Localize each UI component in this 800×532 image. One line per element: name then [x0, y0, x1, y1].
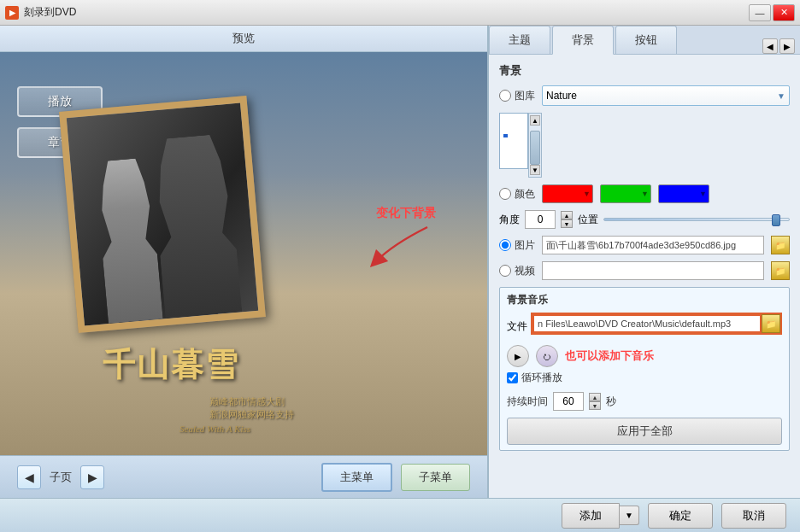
tab-background[interactable]: 背景 — [552, 26, 614, 55]
titlebar: ▶ 刻录到DVD — ✕ — [0, 0, 800, 26]
loop-row: 循环播放 — [507, 371, 782, 385]
thumb-sky[interactable] — [503, 117, 508, 120]
right-content: 青景 图库 Nature ▼ — [489, 55, 800, 498]
music-annotation: 也可以添加下音乐 — [565, 348, 654, 364]
library-radio-label[interactable]: 图库 — [499, 89, 535, 103]
right-panel: 主题 背景 按钮 ◀ ▶ 青景 图库 Nature ▼ — [489, 26, 800, 498]
loop-checkbox[interactable] — [507, 372, 518, 383]
bottom-bar: 添加 ▼ 确定 取消 — [0, 498, 800, 532]
thumbnail-grid — [499, 113, 528, 169]
thumb-field[interactable] — [520, 117, 524, 120]
loop-label: 循环播放 — [521, 371, 562, 385]
left-panel: 预览 播放 章节 千山暮雪 巅峰都市情感大剧 新浪网独家网络支持 Sealed … — [0, 26, 489, 498]
thumbnail-container: ▲ ▼ — [499, 113, 790, 178]
tab-nav-next[interactable]: ▶ — [779, 38, 795, 54]
dropdown-arrow-icon: ▼ — [777, 91, 785, 101]
music-file-input-wrapper: n Files\Leawo\DVD Creator\Music\default.… — [531, 313, 782, 335]
music-section: 青景音乐 文件 n Files\Leawo\DVD Creator\Music\… — [499, 287, 790, 451]
silhouette-female — [87, 156, 169, 324]
thumb-water[interactable] — [511, 134, 515, 137]
library-dropdown-value: Nature — [546, 90, 577, 102]
add-button-group: 添加 ▼ — [562, 503, 639, 529]
main-area: 预览 播放 章节 千山暮雪 巅峰都市情感大剧 新浪网独家网络支持 Sealed … — [0, 26, 800, 498]
duration-label: 持续时间 — [507, 395, 548, 409]
video-label: 视频 — [515, 264, 535, 278]
position-label: 位置 — [578, 213, 598, 227]
play-button[interactable]: ▶ — [507, 345, 529, 367]
angle-spinners: ▲ ▼ — [561, 211, 573, 228]
photo-inner — [67, 103, 258, 326]
cancel-button[interactable]: 取消 — [721, 503, 786, 529]
thumb-beach[interactable] — [503, 134, 508, 137]
color-picker-red[interactable]: ▼ — [542, 184, 593, 203]
color-radio-label[interactable]: 颜色 — [499, 187, 535, 202]
nav-prev-button[interactable]: ◀ — [17, 465, 41, 489]
color-picker-green[interactable]: ▼ — [600, 184, 651, 203]
color-row: 颜色 ▼ ▼ ▼ — [499, 184, 790, 203]
color-label: 颜色 — [515, 187, 535, 202]
library-dropdown[interactable]: Nature ▼ — [542, 85, 790, 106]
library-radio[interactable] — [499, 90, 511, 102]
angle-label: 角度 — [499, 213, 520, 227]
subpage-label: 子页 — [50, 470, 72, 485]
image-row: 图片 面\千山暮雪\6b17b700f4ade3d3e950cd86.jpg 📁 — [499, 236, 790, 254]
duration-spinners: ▲ ▼ — [589, 393, 601, 410]
stop-button[interactable]: ⭮ — [536, 345, 558, 367]
sub-menu-button[interactable]: 子菜单 — [401, 464, 470, 491]
image-browse-button[interactable]: 📁 — [771, 236, 790, 254]
apply-all-button[interactable]: 应用于全部 — [507, 418, 782, 445]
color-radio[interactable] — [499, 188, 511, 200]
preview-title: 千山暮雪 — [103, 343, 239, 387]
slider-thumb — [772, 214, 780, 226]
duration-down-button[interactable]: ▼ — [589, 401, 601, 410]
music-file-label: 文件 — [507, 319, 527, 334]
library-label: 图库 — [515, 89, 535, 103]
thumb-forest[interactable] — [511, 117, 515, 120]
library-row: 图库 Nature ▼ — [499, 85, 790, 106]
music-file-row: 文件 n Files\Leawo\DVD Creator\Music\defau… — [507, 313, 782, 340]
video-radio-label[interactable]: 视频 — [499, 264, 535, 278]
minimize-button[interactable]: — — [749, 4, 771, 21]
image-path-box: 面\千山暮雪\6b17b700f4ade3d3e950cd86.jpg — [542, 236, 764, 254]
image-radio-label[interactable]: 图片 — [499, 238, 535, 253]
confirm-button[interactable]: 确定 — [648, 503, 713, 529]
playback-row: ▶ ⭮ 也可以添加下音乐 — [507, 345, 782, 367]
app-icon: ▶ — [5, 6, 19, 20]
position-slider[interactable] — [603, 218, 790, 221]
image-label: 图片 — [515, 238, 535, 253]
color-picker-blue[interactable]: ▼ — [658, 184, 709, 203]
preview-subtitle2: 新浪网独家网络支持 — [209, 408, 294, 421]
duration-unit: 秒 — [606, 395, 616, 409]
video-browse-button[interactable]: 📁 — [771, 261, 790, 280]
angle-row: 角度 ▲ ▼ 位置 — [499, 210, 790, 229]
duration-up-button[interactable]: ▲ — [589, 393, 601, 401]
preview-subtitle3: Sealed With A Kiss — [179, 424, 250, 434]
window-controls: — ✕ — [749, 4, 795, 21]
main-menu-button[interactable]: 主菜单 — [321, 463, 392, 492]
image-radio[interactable] — [499, 239, 511, 251]
photo-frame — [59, 96, 266, 333]
preview-area: 播放 章节 千山暮雪 巅峰都市情感大剧 新浪网独家网络支持 Sealed Wit… — [0, 52, 487, 455]
tab-theme[interactable]: 主题 — [489, 26, 550, 54]
section-label: 青景 — [499, 63, 790, 79]
angle-input[interactable] — [525, 210, 556, 229]
scrollbar-thumb — [530, 131, 540, 165]
video-path-box — [542, 261, 764, 280]
tab-button[interactable]: 按钮 — [615, 26, 677, 54]
nav-next-button[interactable]: ▶ — [80, 465, 104, 489]
thumbnail-scrollbar[interactable]: ▲ ▼ — [528, 113, 542, 178]
add-dropdown-arrow[interactable]: ▼ — [620, 506, 639, 525]
thumb-trees[interactable] — [520, 134, 524, 137]
angle-down-button[interactable]: ▼ — [561, 219, 573, 228]
video-row: 视频 📁 — [499, 261, 790, 280]
add-button[interactable]: 添加 — [562, 503, 620, 529]
thumb-blue[interactable] — [503, 151, 508, 155]
music-browse-button[interactable]: 📁 — [762, 314, 780, 333]
angle-up-button[interactable]: ▲ — [561, 211, 573, 219]
tab-nav-prev[interactable]: ◀ — [762, 38, 778, 54]
close-button[interactable]: ✕ — [773, 4, 795, 21]
music-path-box: n Files\Leawo\DVD Creator\Music\default.… — [532, 314, 762, 333]
preview-subtitle1: 巅峰都市情感大剧 — [209, 395, 285, 408]
video-radio[interactable] — [499, 265, 511, 277]
duration-input[interactable] — [553, 392, 584, 411]
